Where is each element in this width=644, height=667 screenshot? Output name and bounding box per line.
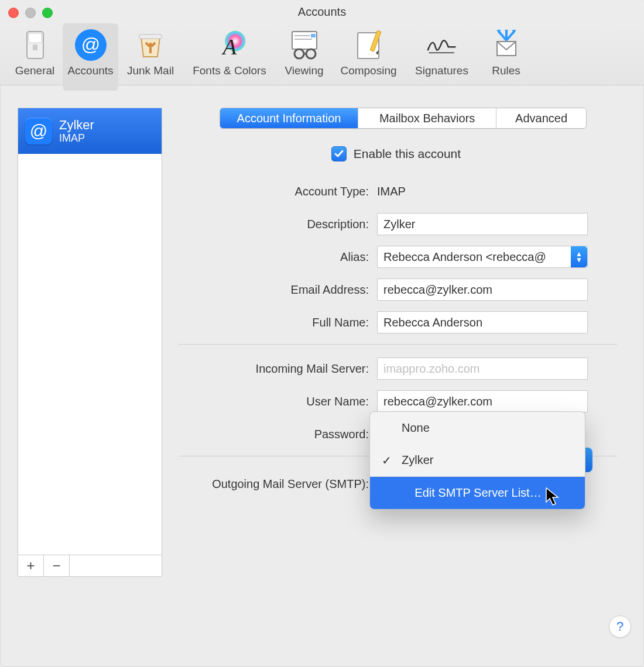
window-controls <box>8 8 53 18</box>
incoming-label: Incoming Mail Server: <box>175 362 377 376</box>
smtp-option-zylker[interactable]: ✓ Zylker <box>370 444 585 476</box>
body: @ Zylker IMAP + − Account Information Ma… <box>0 85 644 667</box>
sidebar-spacer <box>18 154 162 555</box>
svg-text:@: @ <box>81 34 100 55</box>
alias-value: Rebecca Anderson <rebecca@ <box>383 250 571 264</box>
help-button[interactable]: ? <box>609 616 631 638</box>
checkmark-icon: ✓ <box>382 453 395 467</box>
svg-rect-1 <box>29 33 42 43</box>
row-enable-account: Enable this account <box>175 143 617 165</box>
close-window-button[interactable] <box>8 8 19 18</box>
svg-rect-14 <box>311 34 316 37</box>
description-label: Description: <box>175 218 377 231</box>
svg-rect-2 <box>33 44 37 50</box>
fullname-label: Full Name: <box>175 316 377 329</box>
signatures-icon <box>425 29 459 61</box>
smtp-option-none[interactable]: None <box>370 412 585 444</box>
username-input[interactable] <box>377 390 588 412</box>
rules-icon <box>489 29 523 61</box>
tab-account-information[interactable]: Account Information <box>220 108 358 128</box>
zoom-window-button[interactable] <box>42 8 53 18</box>
tab-viewing-label: Viewing <box>285 64 323 77</box>
row-description: Description: <box>175 213 617 235</box>
add-account-button[interactable]: + <box>18 555 44 576</box>
email-input[interactable] <box>377 279 588 301</box>
tab-accounts-label: Accounts <box>67 64 113 77</box>
svg-text:A: A <box>221 35 237 59</box>
row-incoming: Incoming Mail Server: <box>175 357 617 380</box>
smtp-label: Outgoing Mail Server (SMTP): <box>175 477 377 491</box>
smtp-option-zylker-label: Zylker <box>402 453 433 467</box>
preferences-toolbar: General @ Accounts Junk Ma <box>0 23 644 85</box>
tab-junk-mail[interactable]: Junk Mail <box>118 23 183 91</box>
password-label: Password: <box>175 428 377 441</box>
incoming-server-input[interactable] <box>377 357 588 380</box>
tab-general-label: General <box>15 64 55 77</box>
tab-fonts-colors[interactable]: A Fonts & Colors <box>183 23 276 91</box>
account-type: IMAP <box>59 132 94 145</box>
tab-accounts[interactable]: @ Accounts <box>63 23 118 91</box>
tab-rules[interactable]: Rules <box>478 23 534 91</box>
fonts-colors-icon: A <box>213 29 246 61</box>
window-title: Accounts <box>0 5 644 19</box>
segmented-tabs: Account Information Mailbox Behaviors Ad… <box>220 108 587 129</box>
smtp-edit-label: Edit SMTP Server List… <box>415 486 541 500</box>
account-item-zylker[interactable]: @ Zylker IMAP <box>18 108 162 154</box>
account-type-label: Account Type: <box>175 185 377 198</box>
enable-account-checkbox[interactable] <box>331 146 347 161</box>
at-icon: @ <box>25 118 52 145</box>
tab-composing[interactable]: Composing <box>332 23 405 91</box>
row-email: Email Address: <box>175 279 617 301</box>
remove-account-button[interactable]: − <box>44 555 70 576</box>
tab-fonts-label: Fonts & Colors <box>193 64 266 77</box>
tab-general[interactable]: General <box>7 23 63 91</box>
tab-rules-label: Rules <box>492 64 520 77</box>
account-detail-pane: Account Information Mailbox Behaviors Ad… <box>175 108 631 656</box>
viewing-icon <box>287 29 321 61</box>
smtp-option-none-label: None <box>402 421 430 435</box>
divider-1 <box>179 344 617 345</box>
account-name: Zylker <box>59 118 94 132</box>
tab-mailbox-behaviors[interactable]: Mailbox Behaviors <box>358 108 496 128</box>
composing-icon <box>352 29 386 61</box>
svg-marker-26 <box>504 30 509 33</box>
svg-point-16 <box>306 49 316 59</box>
description-input[interactable] <box>377 213 588 235</box>
general-icon <box>18 29 52 61</box>
tab-signatures-label: Signatures <box>415 64 468 77</box>
svg-point-15 <box>294 49 304 59</box>
alias-label: Alias: <box>175 250 377 264</box>
mouse-cursor-icon <box>546 487 561 507</box>
username-label: User Name: <box>175 395 377 408</box>
tab-advanced[interactable]: Advanced <box>496 108 586 128</box>
minimize-window-button[interactable] <box>25 8 36 18</box>
row-username: User Name: <box>175 390 617 412</box>
row-alias: Alias: Rebecca Anderson <rebecca@ ▲▼ <box>175 246 617 268</box>
titlebar: Accounts <box>0 0 644 23</box>
account-text: Zylker IMAP <box>59 118 94 145</box>
fullname-input[interactable] <box>377 311 588 334</box>
row-fullname: Full Name: <box>175 311 617 334</box>
alias-dropdown[interactable]: Rebecca Anderson <rebecca@ ▲▼ <box>377 246 588 268</box>
preferences-window: Accounts General @ Accounts <box>0 0 644 667</box>
email-label: Email Address: <box>175 283 377 297</box>
tab-viewing[interactable]: Viewing <box>276 23 332 91</box>
accounts-list: @ Zylker IMAP + − <box>18 108 162 577</box>
tab-composing-label: Composing <box>340 64 396 77</box>
sidebar-footer: + − <box>18 555 162 576</box>
svg-rect-5 <box>139 35 162 39</box>
junk-mail-icon <box>133 29 167 61</box>
enable-account-label: Enable this account <box>354 147 461 161</box>
tab-junk-label: Junk Mail <box>127 64 174 77</box>
account-type-value: IMAP <box>377 185 406 198</box>
smtp-dropdown-arrows-icon <box>584 448 592 472</box>
tab-signatures[interactable]: Signatures <box>405 23 478 91</box>
row-account-type: Account Type: IMAP <box>175 180 617 202</box>
dropdown-arrows-icon: ▲▼ <box>571 246 587 267</box>
accounts-icon: @ <box>74 29 108 61</box>
